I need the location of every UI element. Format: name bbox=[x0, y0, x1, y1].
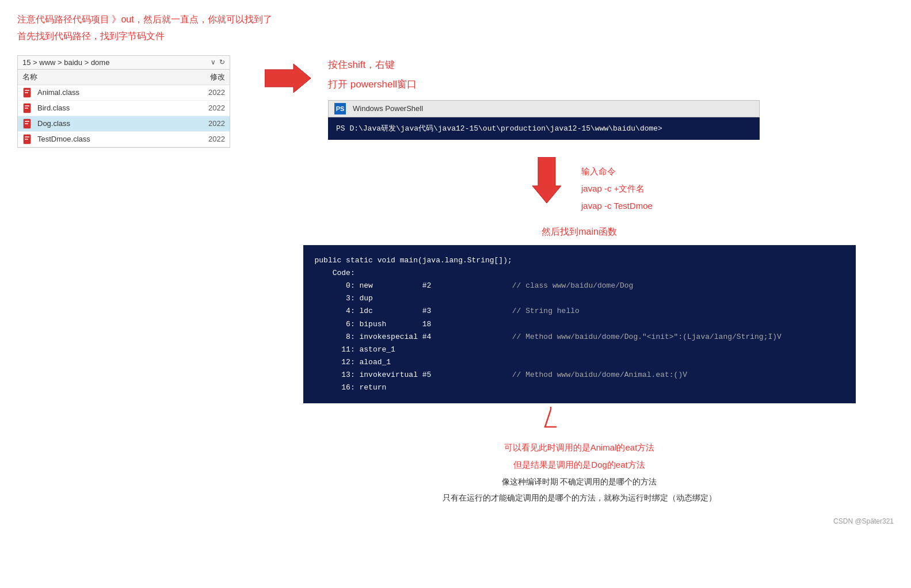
svg-marker-12 bbox=[265, 64, 311, 93]
file-row[interactable]: TestDmoe.class 2022 bbox=[18, 132, 230, 147]
address-text: 15 > www > baidu > dome bbox=[22, 58, 207, 67]
command-text: 输入命令 javap -c +文件名 javap -c TestDmoe bbox=[581, 157, 653, 215]
explanation-red1: 可以看见此时调用的是Animal的eat方法 bbox=[265, 439, 894, 456]
arrow-right-wrapper bbox=[265, 61, 311, 96]
command-desc: 输入命令 bbox=[581, 163, 653, 180]
file-explorer: 15 > www > baidu > dome ∨ ↻ 名称 修改 Animal… bbox=[17, 55, 230, 148]
right-panel: 按住shift，右键 打开 powershell窗口 PS Windows Po… bbox=[265, 55, 894, 506]
refresh-icon[interactable]: ↻ bbox=[219, 58, 225, 66]
code-line: 3: dup bbox=[315, 292, 844, 305]
command-cmd1: javap -c +文件名 bbox=[581, 180, 653, 197]
arrow-down-container: 输入命令 javap -c +文件名 javap -c TestDmoe bbox=[265, 157, 894, 215]
powershell-title: Windows PowerShell bbox=[353, 104, 423, 113]
top-line2: 首先找到代码路径，找到字节码文件 bbox=[17, 28, 894, 45]
svg-rect-8 bbox=[25, 123, 28, 124]
class-file-icon bbox=[22, 103, 34, 113]
code-block: public static void main(java.lang.String… bbox=[303, 245, 856, 403]
powershell-window: PS Windows PowerShell PS D:\Java研发\java代… bbox=[328, 100, 894, 140]
class-file-icon bbox=[22, 119, 34, 129]
file-date: 2022 bbox=[190, 88, 225, 97]
explanation-red2: 但是结果是调用的是Dog的eat方法 bbox=[265, 456, 894, 474]
svg-rect-5 bbox=[25, 108, 28, 109]
file-name: TestDmoe.class bbox=[37, 135, 190, 143]
svg-marker-13 bbox=[532, 157, 561, 203]
ps-prompt: PS D:\Java研发\java代码\java12-15\out\produc… bbox=[336, 124, 662, 133]
powershell-section: 按住shift，右键 打开 powershell窗口 PS Windows Po… bbox=[328, 55, 894, 140]
code-line: 4: ldc #3 // String hello bbox=[315, 305, 844, 318]
file-name: Animal.class bbox=[37, 88, 190, 97]
explanation-black1: 像这种编译时期 不确定调用的是哪个的方法 bbox=[265, 474, 894, 490]
code-line: 16: return bbox=[315, 381, 844, 394]
powershell-logo-icon: PS bbox=[334, 103, 346, 114]
footer-text: CSDN @Später321 bbox=[833, 517, 894, 525]
explanation-black2: 只有在运行的才能确定调用的是哪个的方法，就称为运行时绑定（动态绑定） bbox=[265, 490, 894, 506]
small-arrow-wrapper bbox=[207, 407, 894, 430]
footer: CSDN @Später321 bbox=[17, 517, 894, 525]
explorer-header: 名称 修改 bbox=[18, 70, 230, 85]
class-file-icon bbox=[22, 134, 34, 144]
svg-rect-11 bbox=[25, 139, 28, 140]
col-name-header: 名称 bbox=[22, 72, 190, 82]
powershell-body: PS D:\Java研发\java代码\java12-15\out\produc… bbox=[328, 117, 760, 140]
arrow-right-icon bbox=[265, 61, 311, 96]
svg-rect-10 bbox=[25, 136, 29, 138]
svg-rect-2 bbox=[25, 92, 28, 93]
instruction-line1: 按住shift，右键 bbox=[328, 55, 894, 75]
main-function-section: 然后找到main函数 public static void main(java.… bbox=[265, 226, 894, 403]
arrow-down-wrapper bbox=[524, 157, 570, 203]
chevron-down-icon[interactable]: ∨ bbox=[211, 58, 216, 66]
top-line1: 注意代码路径代码项目 》out，然后就一直点，你就可以找到了 bbox=[17, 12, 894, 28]
main-layout: 15 > www > baidu > dome ∨ ↻ 名称 修改 Animal… bbox=[17, 55, 894, 506]
code-line: Code: bbox=[315, 267, 844, 280]
file-name: Bird.class bbox=[37, 104, 190, 112]
class-file-icon bbox=[22, 87, 34, 98]
file-date: 2022 bbox=[190, 135, 225, 143]
instruction-text: 按住shift，右键 打开 powershell窗口 bbox=[328, 55, 894, 94]
svg-rect-1 bbox=[25, 90, 29, 91]
code-line: 0: new #2 // class www/baidu/dome/Dog bbox=[315, 280, 844, 292]
code-line: 13: invokevirtual #5 // Method www/baidu… bbox=[315, 369, 844, 381]
file-row[interactable]: Animal.class 2022 bbox=[18, 85, 230, 101]
file-row-selected[interactable]: Dog.class 2022 bbox=[18, 116, 230, 132]
section-title: 然后找到main函数 bbox=[265, 226, 894, 238]
file-date: 2022 bbox=[190, 104, 225, 112]
svg-rect-4 bbox=[25, 105, 29, 106]
instruction-section: 按住shift，右键 打开 powershell窗口 PS Windows Po… bbox=[265, 55, 894, 140]
arrow-down-icon bbox=[529, 157, 564, 203]
svg-rect-7 bbox=[25, 121, 29, 122]
col-date-header: 修改 bbox=[190, 72, 225, 82]
code-line: public static void main(java.lang.String… bbox=[315, 254, 844, 267]
file-name: Dog.class bbox=[37, 119, 190, 128]
file-row[interactable]: Bird.class 2022 bbox=[18, 101, 230, 116]
top-instructions: 注意代码路径代码项目 》out，然后就一直点，你就可以找到了 首先找到代码路径，… bbox=[17, 12, 894, 45]
command-cmd2: javap -c TestDmoe bbox=[581, 197, 653, 215]
code-line: 11: astore_1 bbox=[315, 343, 844, 356]
code-line: 6: bipush 18 bbox=[315, 318, 844, 331]
powershell-header: PS Windows PowerShell bbox=[328, 100, 760, 117]
address-bar: 15 > www > baidu > dome ∨ ↻ bbox=[18, 56, 230, 70]
code-line: 8: invokespecial #4 // Method www/baidu/… bbox=[315, 331, 844, 343]
small-arrow-up-icon bbox=[536, 407, 565, 430]
explanation: 可以看见此时调用的是Animal的eat方法 但是结果是调用的是Dog的eat方… bbox=[265, 439, 894, 506]
file-date: 2022 bbox=[190, 119, 225, 128]
instruction-line2: 打开 powershell窗口 bbox=[328, 75, 894, 94]
code-line: 12: aload_1 bbox=[315, 356, 844, 369]
